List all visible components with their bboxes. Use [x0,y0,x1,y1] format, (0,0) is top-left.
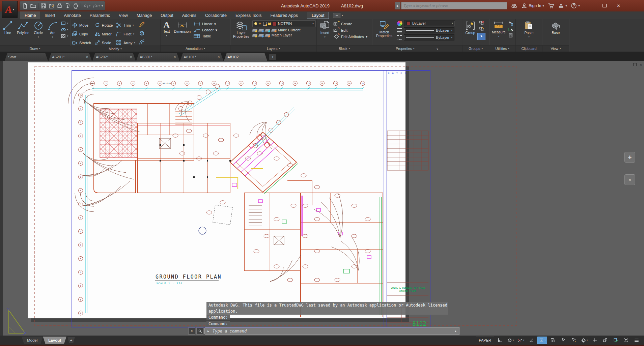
plot-icon[interactable] [56,3,63,9]
close-tab-icon[interactable]: ✕ [217,55,220,59]
save-icon[interactable] [40,3,47,9]
sign-in-button[interactable]: Sign In ▾ [521,3,544,9]
layer-on-icon[interactable] [254,22,257,25]
copy-button[interactable]: Copy [72,31,91,37]
edit-attributes-button[interactable]: ✎ Edit Attributes▾ [333,34,367,39]
array-button[interactable]: Array▾ [116,40,135,46]
maximize-button[interactable] [603,3,607,8]
panel-label-annotation[interactable]: Annotation▾ [161,45,230,52]
layer-dropdown-icon[interactable]: ▾ [312,22,314,25]
ribbon-display-dropdown-icon[interactable]: ▾ [341,14,343,17]
group-selection-toggle[interactable] [477,33,485,40]
arc-button[interactable]: Arc▾ [47,20,59,39]
annotation-visibility-icon[interactable] [559,337,568,344]
save-as-icon[interactable] [48,3,55,9]
edit-block-button[interactable]: ✎ Edit [333,28,367,33]
doc-restore-button[interactable] [633,63,637,67]
insert-block-button[interactable]: Insert▾ [318,20,331,39]
polar-tracking-icon[interactable]: ▾ [506,337,515,344]
help-dropdown-icon[interactable]: ▾ [578,4,580,7]
app-store-cart-icon[interactable] [548,3,554,9]
close-tab-icon[interactable]: ✕ [86,55,88,59]
group-edit-icon[interactable] [479,27,484,32]
annotation-autoscale-icon[interactable] [569,337,579,344]
command-customize-icon[interactable] [196,327,203,335]
publish-icon[interactable] [64,3,71,9]
help-icon[interactable]: ▾ [571,3,580,9]
qat-customize-icon[interactable]: ▾ [102,4,103,7]
layer-freeze-icon[interactable] [264,29,270,32]
drawing-area[interactable]: 123456789101112131415161718192021 SRQPNM… [0,61,644,336]
quick-select-icon[interactable] [508,21,513,26]
object-snap-icon[interactable]: ▾ [537,337,547,344]
make-current-button[interactable]: Make Current [278,28,301,32]
trim-button[interactable]: Trim▾ [116,22,135,28]
new-layout-button[interactable]: + [67,337,75,343]
ribbon-display-toggle[interactable]: ▬ [333,13,340,18]
drawing-canvas[interactable]: 123456789101112131415161718192021 SRQPNM… [0,61,644,336]
file-tab-a8102[interactable]: A8102 [224,53,267,61]
layer-properties-button[interactable]: Layer Properties [232,20,250,39]
graphics-performance-icon[interactable] [611,337,620,344]
text-button[interactable]: A Text▾ [162,20,171,38]
ribbon-tab-add-ins[interactable]: Add-ins [178,11,201,19]
line-button[interactable]: Line [2,20,14,35]
osnap-tracking-icon[interactable] [527,337,536,344]
layer-unisolate-icon[interactable] [252,34,257,37]
erase-button[interactable] [139,21,145,29]
file-tab-start[interactable]: Start [5,53,48,61]
panel-label-clipboard[interactable]: Clipboard [516,45,542,52]
match-layer-button[interactable]: Match Layer [272,33,292,37]
doc-minimize-button[interactable]: − [627,63,629,67]
layout-tab-layout[interactable]: Layout [43,337,66,344]
redo-icon[interactable]: ▾ [92,3,100,9]
layer-lock-icon[interactable] [268,23,271,25]
layer-dropdown[interactable]: ☀ NOTPIN ▾ [252,20,316,27]
polyline-button[interactable]: Polyline [16,20,30,35]
close-tab-icon[interactable]: ✕ [173,55,176,59]
close-tab-icon[interactable]: ✕ [130,55,132,59]
group-button[interactable]: Group [464,20,476,35]
measure-button[interactable]: Measure▾ [491,20,507,38]
new-file-icon[interactable] [22,3,28,9]
ribbon-tab-collaborate[interactable]: Collaborate [201,11,231,19]
panel-label-draw[interactable]: Draw▾ [0,45,70,52]
panel-label-layers[interactable]: Layers▾ [230,45,316,52]
ribbon-tab-layout[interactable]: Layout [307,12,329,19]
match-properties-button[interactable]: Match Properties [374,20,395,38]
layer-thaw-icon[interactable]: ☀ [258,22,262,25]
command-input-wrap[interactable]: ▸ ▲ [204,327,460,335]
layer-color-swatch[interactable] [272,22,277,26]
lineweight-select[interactable]: ByLayer ▾ [404,27,454,33]
file-tab-a8101[interactable]: A8101*✕ [180,53,223,61]
workspace-switching-icon[interactable]: ▾ [580,337,589,344]
ribbon-tab-output[interactable]: Output [156,11,178,19]
leader-button[interactable]: Leader▾ [194,28,217,32]
ellipse-tool-button[interactable]: ▾ [61,27,68,32]
linetype-select[interactable]: ByLayer ▾ [404,34,454,40]
base-view-button[interactable]: Base [550,20,562,35]
linetype-dropdown-icon[interactable]: ▾ [451,36,452,39]
new-drawing-button[interactable]: + [269,54,276,60]
annotation-scale-icon[interactable] [590,337,599,344]
fillet-button[interactable]: Fillet▾ [116,31,135,37]
table-button[interactable]: Table [194,34,217,38]
rectangle-tool-button[interactable]: ▾ [61,21,68,26]
minimize-button[interactable]: − [590,3,593,8]
ribbon-tab-parametric[interactable]: Parametric [85,11,114,19]
layer-unlock-icon[interactable] [264,34,270,37]
customization-icon[interactable] [632,337,641,344]
isometric-drafting-icon[interactable]: ▾ [516,337,526,344]
paper-space-button[interactable]: PAPER [476,337,494,344]
layer-thaw-all-icon[interactable] [258,34,264,37]
stretch-button[interactable]: Stretch [72,40,91,46]
sign-in-dropdown-icon[interactable]: ▾ [542,4,544,7]
color-dropdown-icon[interactable]: ▾ [452,22,453,25]
hatch-tool-button[interactable]: ▾ [61,34,68,38]
application-menu-button[interactable]: A▾ [2,1,18,18]
ribbon-tab-view[interactable]: View [114,11,132,19]
select-boundary-icon[interactable] [508,27,513,32]
quick-calculator-icon[interactable] [508,33,513,38]
command-history-expand-icon[interactable]: ▲ [454,329,457,333]
command-input[interactable] [212,328,451,334]
